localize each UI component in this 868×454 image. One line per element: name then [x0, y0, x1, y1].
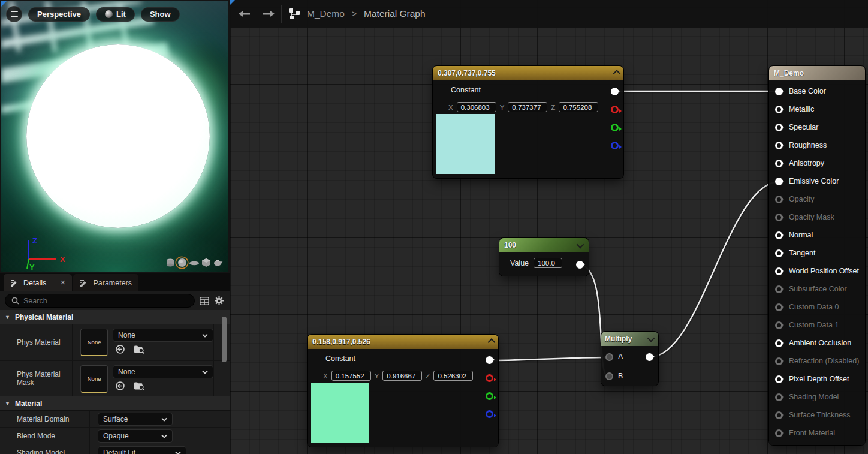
material-input-pin[interactable] [775, 178, 783, 185]
node-header[interactable]: 0.158,0.917,0.526 [308, 335, 498, 349]
result-pin-row[interactable]: Pixel Depth Offset [769, 370, 865, 388]
x-value-field[interactable]: 0.306803 [457, 102, 496, 112]
material-input-pin[interactable] [775, 231, 783, 239]
tab-details[interactable]: Details ✕ [4, 274, 72, 291]
back-arrow-icon[interactable] [237, 10, 252, 18]
wire-constb-multiply-a[interactable] [491, 357, 607, 360]
viewport-menu-button[interactable] [6, 6, 22, 22]
close-icon[interactable]: ✕ [60, 279, 65, 287]
blend-mode-dropdown[interactable]: Opaque [98, 429, 173, 443]
result-pin-row[interactable]: Tangent [769, 244, 865, 262]
material-input-pin[interactable] [775, 106, 783, 113]
y-value-field[interactable]: 0.737377 [508, 102, 547, 112]
show-button[interactable]: Show [141, 7, 180, 22]
output-pin-rgb[interactable] [611, 88, 619, 95]
use-selected-asset-icon[interactable] [115, 345, 125, 354]
settings-gear-icon[interactable] [214, 296, 224, 306]
sphere-shape-button[interactable] [176, 257, 188, 268]
result-pin-row[interactable]: Refraction (Disabled) [769, 352, 865, 370]
material-input-pin[interactable] [775, 160, 783, 167]
result-pin-row[interactable]: Metallic [769, 100, 865, 118]
preview-viewport[interactable]: Perspective Lit Show Z X Y [1, 1, 228, 272]
section-physical-material[interactable]: ▼ Physical Material [0, 310, 230, 324]
collapse-chevron-icon[interactable] [488, 338, 496, 346]
material-input-pin[interactable] [775, 375, 783, 383]
y-value-field[interactable]: 0.916667 [382, 371, 422, 381]
result-pin-row[interactable]: Normal [769, 226, 865, 244]
output-pin[interactable] [576, 261, 584, 269]
color-preview-swatch[interactable] [436, 114, 495, 174]
result-pin-row[interactable]: Ambient Occlusion [769, 334, 865, 352]
section-collapse-icon[interactable]: ▼ [5, 401, 10, 407]
collapse-chevron-icon[interactable] [613, 70, 621, 77]
material-input-pin[interactable] [775, 88, 783, 95]
custom-mesh-shape-button[interactable] [212, 257, 224, 268]
node-header[interactable]: 0.307,0.737,0.755 [433, 66, 623, 80]
material-input-pin[interactable] [775, 339, 783, 347]
section-material[interactable]: ▼ Material [0, 396, 230, 411]
result-pin-row[interactable]: Surface Thickness [769, 406, 865, 424]
output-pin[interactable] [646, 353, 653, 361]
result-pin-row[interactable]: Specular [769, 118, 865, 136]
browse-to-asset-icon[interactable] [134, 381, 144, 390]
forward-arrow-icon[interactable] [261, 10, 276, 18]
output-pin-g[interactable] [486, 392, 493, 400]
material-input-pin[interactable] [775, 196, 783, 203]
cylinder-shape-button[interactable] [164, 257, 176, 268]
z-value-field[interactable]: 0.526302 [433, 371, 473, 381]
browse-to-asset-icon[interactable] [134, 345, 144, 354]
shading-model-dropdown[interactable]: Default Lit [98, 446, 186, 454]
perspective-button[interactable]: Perspective [28, 7, 90, 22]
material-input-pin[interactable] [775, 429, 783, 437]
expand-chevron-icon[interactable] [577, 240, 584, 248]
node-constant3-a[interactable]: 0.307,0.737,0.755 Constant X 0.306803 Y … [433, 66, 623, 178]
material-input-pin[interactable] [775, 142, 783, 149]
material-domain-dropdown[interactable]: Surface [98, 413, 173, 426]
expand-chevron-icon[interactable] [647, 334, 655, 342]
node-constant3-b[interactable]: 0.158,0.917,0.526 Constant X 0.157552 Y … [308, 335, 498, 447]
result-pin-row[interactable]: Base Color [769, 82, 865, 100]
result-pin-row[interactable]: Anisotropy [769, 154, 865, 172]
material-input-pin[interactable] [775, 124, 783, 131]
output-pin-b[interactable] [611, 142, 619, 149]
result-pin-row[interactable]: Emissive Color [769, 172, 865, 190]
value-field[interactable]: 100.0 [534, 258, 562, 268]
wire-multiply-emissive[interactable] [650, 182, 779, 357]
result-pin-row[interactable]: Custom Data 0 [769, 298, 865, 316]
material-input-pin[interactable] [775, 303, 783, 311]
material-input-pin[interactable] [775, 285, 783, 293]
output-pin-g[interactable] [611, 124, 619, 131]
result-pin-row[interactable]: Roughness [769, 136, 865, 154]
result-pin-row[interactable]: Subsurface Color [769, 280, 865, 298]
plane-shape-button[interactable] [188, 257, 200, 268]
z-value-field[interactable]: 0.755208 [559, 102, 598, 112]
material-input-pin[interactable] [775, 357, 783, 365]
material-graph-canvas[interactable]: M_Demo > Material Graph 0.307,0.737,0.75… [230, 0, 868, 454]
node-material-result[interactable]: M_Demo Base ColorMetallicSpecularRoughne… [769, 66, 865, 445]
result-pin-row[interactable]: Opacity Mask [769, 208, 865, 226]
material-input-pin[interactable] [775, 411, 783, 419]
result-pin-row[interactable]: Opacity [769, 190, 865, 208]
material-input-pin[interactable] [775, 393, 783, 401]
node-constant-scalar[interactable]: 100 Value 100.0 [499, 238, 589, 276]
node-header[interactable]: 100 [499, 238, 589, 252]
phys-material-dropdown[interactable]: None [113, 329, 213, 342]
cube-shape-button[interactable] [200, 257, 212, 268]
result-pin-row[interactable]: World Position Offset [769, 262, 865, 280]
output-pin-b[interactable] [486, 410, 493, 418]
lit-mode-button[interactable]: Lit [96, 7, 135, 22]
output-pin-r[interactable] [611, 106, 619, 113]
asset-thumbnail[interactable]: None [80, 329, 108, 356]
input-pin-a[interactable] [605, 353, 613, 361]
result-pin-row[interactable]: Front Material [769, 424, 865, 442]
x-value-field[interactable]: 0.157552 [331, 371, 371, 381]
breadcrumb-root[interactable]: M_Demo [307, 8, 345, 19]
asset-thumbnail[interactable]: None [80, 365, 108, 393]
result-pin-row[interactable]: Shading Model [769, 388, 865, 406]
section-collapse-icon[interactable]: ▼ [5, 314, 10, 320]
material-input-pin[interactable] [775, 321, 783, 329]
details-scrollbar[interactable] [222, 317, 227, 362]
material-input-pin[interactable] [775, 267, 783, 275]
node-multiply[interactable]: Multiply A B [601, 332, 658, 386]
display-filter-icon[interactable] [200, 297, 209, 305]
